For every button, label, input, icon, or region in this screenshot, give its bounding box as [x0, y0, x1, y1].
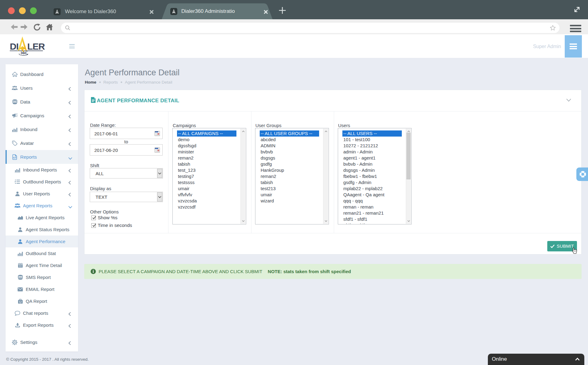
option[interactable]: dgssfsgd [177, 143, 236, 149]
dialer360-logo[interactable]: DI LER 360 [9, 36, 58, 57]
sidebar-item-avatar[interactable]: Avatar [6, 136, 78, 150]
back-icon[interactable] [10, 24, 18, 30]
support-widget[interactable] [576, 167, 588, 181]
option[interactable]: dsgsgs [260, 155, 319, 161]
logged-in-user[interactable]: Super Admin [533, 44, 561, 49]
window-zoom-button[interactable] [30, 7, 37, 14]
option[interactable]: sfdf2 - sfdf2 [342, 222, 402, 224]
user-groups-listbox[interactable]: -- ALL USER GROUPS --abcdedADMINbvbvbdsg… [255, 128, 329, 224]
scrollbar[interactable] [406, 129, 411, 224]
sidebar-toggle-icon[interactable] [69, 44, 75, 48]
chevron-down-icon[interactable] [566, 99, 571, 102]
option[interactable]: mplab22 - mplab22 [342, 186, 402, 192]
sidebar-item-data[interactable]: Data [6, 95, 78, 109]
option[interactable]: testssss [177, 179, 236, 186]
option[interactable]: vzvzcsda [177, 198, 236, 204]
sidebar-item-settings[interactable]: Settings [6, 335, 78, 349]
scroll-up-icon[interactable] [323, 129, 328, 134]
option[interactable]: reman21 - reman21 [342, 210, 402, 216]
window-close-button[interactable] [8, 7, 15, 14]
sidebar-item-qa-report[interactable]: QA Report [6, 295, 78, 307]
sidebar-item-inbound[interactable]: Inbound [6, 122, 78, 136]
new-tab-button plus-icon[interactable] [278, 6, 287, 15]
sidebar-item-user-reports[interactable]: User Reports [6, 188, 78, 200]
option[interactable]: bvbvb - Admin [342, 161, 402, 167]
chevron-up-icon[interactable] [575, 358, 580, 361]
date-to-input[interactable]: 2017-06-20 [90, 144, 163, 156]
show-percents-checkbox[interactable] [91, 216, 96, 220]
option[interactable]: gsdfg [260, 161, 319, 167]
display-as-select[interactable]: TEXT [90, 192, 163, 202]
option[interactable]: reman - reman [342, 204, 402, 210]
time-in-seconds-checkbox[interactable] [91, 223, 96, 228]
option-selected[interactable]: -- ALL USERS -- [342, 130, 402, 137]
expand-icon[interactable] [573, 6, 581, 13]
tab1-title[interactable]: Welcome to Dialer360 [65, 9, 116, 15]
checkbox-label[interactable]: Time in seconds [98, 223, 132, 228]
sidebar-item-dashboard[interactable]: Dashboard [6, 67, 78, 81]
option[interactable]: qqq - qqq [342, 198, 402, 204]
scrollbar-thumb[interactable] [406, 133, 411, 179]
chat-widget[interactable]: Online [488, 354, 584, 365]
option[interactable]: HankGroup [260, 167, 319, 173]
sidebar-item-export-reports[interactable]: Export Reports [6, 319, 78, 331]
option[interactable]: ADMIN [260, 143, 319, 149]
tab1-close-icon[interactable] [149, 9, 154, 14]
sidebar-item-reports[interactable]: Reports [6, 150, 78, 164]
option[interactable]: test213 [260, 186, 319, 192]
scrollbar[interactable] [240, 129, 246, 224]
sidebar-item-sms-report[interactable]: SMS Report [6, 271, 78, 283]
option[interactable]: test_123 [177, 167, 236, 173]
panel-header[interactable]: AGENT PERFORMANCE DETAIL [85, 90, 581, 111]
sidebar-item-users[interactable]: Users [6, 81, 78, 95]
calendar-picker-icon[interactable] [155, 131, 160, 136]
option[interactable]: reman2 [260, 173, 319, 179]
option[interactable]: minister [177, 149, 236, 155]
header-menu-button[interactable] [565, 35, 582, 58]
calendar-picker-icon[interactable] [155, 148, 160, 152]
option[interactable]: reman2 [177, 155, 236, 161]
users-listbox[interactable]: -- ALL USERS --101 - test10010272 - 2121… [338, 128, 412, 224]
option[interactable]: testing7 [177, 173, 236, 179]
option[interactable]: tabish [260, 179, 319, 186]
sidebar-item-agent-reports[interactable]: Agent Reports [6, 200, 78, 212]
sidebar-item-agent-status-reports[interactable]: Agent Status Reports [6, 224, 78, 235]
campaigns-listbox[interactable]: -- ALL CAMPAIGNS --demodgssfsgdministerr… [172, 128, 246, 224]
sidebar-item-agent-time-detail[interactable]: Agent Time Detail [6, 259, 78, 271]
option[interactable]: bvbvb [260, 149, 319, 155]
option[interactable]: agent1 - agent1 [342, 155, 402, 161]
scroll-down-icon[interactable] [323, 219, 328, 224]
option[interactable]: umair [177, 186, 236, 192]
sidebar-item-campaigns[interactable]: Campaigns [6, 109, 78, 122]
option[interactable]: gsdfg - Admin [342, 179, 402, 186]
scroll-up-icon[interactable] [241, 129, 246, 134]
sidebar-item-chat-reports[interactable]: Chat reports [6, 307, 78, 319]
select-dropdown-button[interactable] [157, 192, 162, 201]
star-icon[interactable] [550, 25, 556, 31]
sidebar-item-email-report[interactable]: EMAIL Report [6, 283, 78, 295]
checkbox-label[interactable]: Show %s [98, 215, 118, 220]
sidebar-item-inbound-reports[interactable]: Inbound Reports [6, 164, 78, 176]
date-from-input[interactable]: 2017-06-01 [90, 128, 163, 139]
option[interactable]: 101 - test100 [342, 137, 402, 143]
select-dropdown-button[interactable] [157, 169, 162, 178]
shift-select[interactable]: ALL [90, 168, 163, 179]
sidebar-item-live-agent-reports[interactable]: Live Agent Reports [6, 212, 78, 224]
url-bar[interactable] [61, 23, 560, 33]
tab2-close-icon[interactable] [263, 9, 268, 14]
sidebar-item-agent-performance[interactable]: Agent Performance [6, 235, 78, 247]
forward-icon[interactable] [20, 24, 28, 30]
option[interactable]: fbebw1 - fbebw1 [342, 173, 402, 179]
option[interactable]: vffvfvfv [177, 192, 236, 198]
option[interactable]: vzvzcsdf [177, 204, 236, 210]
option[interactable]: dsgsgs - Admin [342, 167, 402, 173]
breadcrumb-item[interactable]: Home [85, 80, 96, 85]
option[interactable]: QAagent - Qa agent [342, 192, 402, 198]
option[interactable]: tabish [177, 161, 236, 167]
sidebar-item-outbound-reports[interactable]: OutBound Reports [6, 176, 78, 188]
option[interactable]: abcded [260, 137, 319, 143]
option[interactable]: umair [260, 192, 319, 198]
option[interactable]: 10272 - 2121212 [342, 143, 402, 149]
option[interactable]: demo [177, 137, 236, 143]
submit-button[interactable]: SUBMIT [547, 241, 577, 251]
